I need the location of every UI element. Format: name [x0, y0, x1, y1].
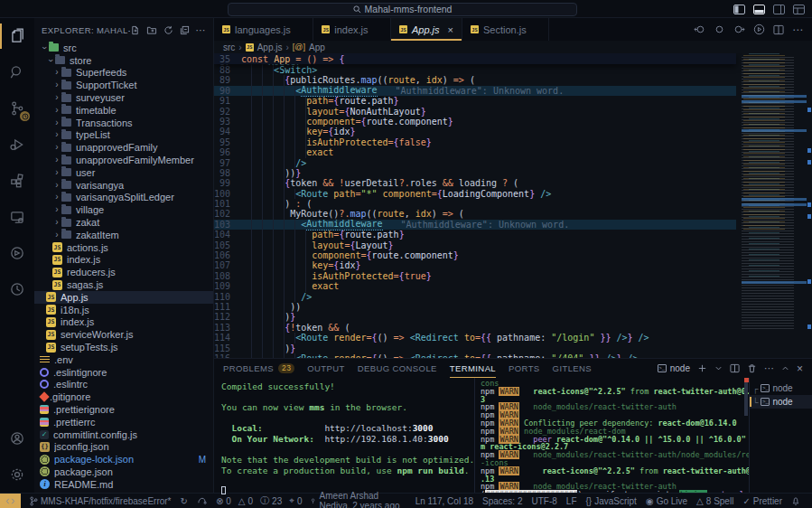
remote-explorer-icon[interactable] [0, 199, 34, 235]
status-go-live[interactable]: ◉Go Live [641, 496, 692, 506]
tree-item-superfeeds[interactable]: ›Superfeeds [34, 67, 213, 80]
code-line-112[interactable]: 112)} [214, 312, 736, 322]
tree-item--prettierignore[interactable]: .prettierignore [34, 403, 213, 416]
code-line-116[interactable]: 116<Route render={() => <Redirect to={{ … [214, 353, 736, 358]
maximize-panel-icon[interactable] [781, 364, 789, 372]
tree-item--env[interactable]: .env [34, 353, 213, 366]
panel-tab-output[interactable]: OUTPUT [307, 359, 344, 378]
tree-item-supportticket[interactable]: ›SupportTicket [34, 79, 213, 91]
editor-more-actions-icon[interactable]: ⋯ [792, 24, 803, 36]
code-line-99[interactable]: 99{token && !userDetail?.roles && loadin… [214, 178, 736, 188]
nav-back-circle-icon[interactable] [694, 24, 705, 35]
tree-item-zakatitem[interactable]: ›zakatItem [34, 229, 213, 241]
tree-item-readme-md[interactable]: iREADME.md [34, 478, 213, 491]
refresh-icon[interactable] [163, 25, 173, 35]
tree-item-village[interactable]: ›village [34, 203, 213, 216]
tab-index-js[interactable]: JSindex.js× [313, 18, 391, 41]
code-line-109[interactable]: 109exact [214, 281, 736, 291]
code-line-88[interactable]: 88<Switch> [214, 65, 736, 75]
terminal-shell-select[interactable]: >_ node [658, 363, 690, 373]
testing-icon[interactable] [0, 271, 34, 307]
tree-item-package-lock-json[interactable]: package-lock.jsonM [34, 453, 213, 466]
code-line-104[interactable]: 104path={route.path} [214, 230, 736, 240]
tree-item-transactions[interactable]: ›Transactions [34, 117, 213, 129]
tree-item-reducers-js[interactable]: JSreducers.js [34, 266, 213, 278]
tree-item-zakat[interactable]: ›zakat [34, 216, 213, 229]
close-icon[interactable]: × [448, 24, 453, 35]
breadcrumb-src[interactable]: src [223, 42, 235, 52]
settings-gear-icon[interactable] [0, 456, 34, 493]
tree-item-package-json[interactable]: package.json [34, 466, 213, 478]
tree-item-typelist[interactable]: ›typeList [34, 129, 213, 142]
source-control-icon[interactable] [0, 90, 34, 127]
tree-item-unapprovedfamily[interactable]: ›unapprovedFamily [34, 141, 213, 154]
code-line-98[interactable]: 98))} [214, 168, 736, 178]
terminal-list-item[interactable]: ┌>_node [750, 381, 812, 395]
chevron-down-icon[interactable] [714, 364, 723, 372]
tree-item-sagas-js[interactable]: JSsagas.js [34, 278, 213, 291]
status-indentation[interactable]: Spaces: 2 [478, 496, 527, 506]
toggle-sidebar-icon[interactable] [733, 5, 745, 14]
extensions-icon[interactable] [0, 163, 34, 199]
run-file-icon[interactable] [753, 24, 765, 35]
code-line-100[interactable]: 100<Route path="*" component={LoadingCom… [214, 189, 736, 199]
terminal-split[interactable]: consnpm WARN react-icons@"^2.2.5" from r… [474, 378, 749, 493]
launchpad-button[interactable] [192, 494, 211, 508]
tree-item-varisangyasplitledger[interactable]: ›varisangyaSplitLedger [34, 192, 213, 204]
code-line-95[interactable]: 95isAuthProtected={false} [214, 137, 736, 147]
code-line-103[interactable]: 103<Authmiddleware"Authmiddleware": Unkn… [214, 220, 736, 230]
tree-item--gitignore[interactable]: .gitignore [34, 390, 213, 403]
tree-item-varisangya[interactable]: ›varisangya [34, 179, 213, 192]
explorer-icon[interactable] [0, 18, 34, 54]
git-branch-button[interactable]: MMS-KHAF/hotfix/firebaseError* [24, 494, 175, 508]
code-line-111[interactable]: 111)) [214, 302, 736, 312]
git-blame[interactable]: Ameen Arshad Nediya, 2 years ago [311, 491, 410, 508]
panel-tab-problems[interactable]: PROBLEMS23 [223, 359, 294, 378]
code-line-110[interactable]: 110/> [214, 292, 736, 302]
tree-item--prettierrc[interactable]: .prettierrc [34, 416, 213, 428]
code-line-113[interactable]: 113{!token && ( [214, 323, 736, 333]
minimap[interactable] [742, 53, 807, 358]
status-prettier[interactable]: ✓Prettier [738, 496, 787, 506]
code-line-106[interactable]: 106component={route.component} [214, 250, 736, 260]
code-line-102[interactable]: 102MyRoute()?.map((route, idx) => ( [214, 209, 736, 219]
tree-item--eslintrc[interactable]: .eslintrc [34, 379, 213, 391]
code-line-97[interactable]: 97/> [214, 158, 736, 168]
tab-languages-js[interactable]: JSlanguages.js× [214, 18, 313, 41]
kill-terminal-icon[interactable] [747, 363, 757, 373]
breadcrumb-symbol[interactable]: App [309, 42, 325, 52]
terminal-scrollbar[interactable] [744, 381, 748, 416]
split-editor-icon[interactable] [773, 24, 784, 35]
tree-item-user[interactable]: ›user [34, 166, 213, 179]
command-center-search[interactable]: Mahal-mms-frontend [228, 3, 577, 16]
terminal-main[interactable]: Compiled successfully! You can now view … [214, 378, 474, 493]
code-editor[interactable]: 87<Router>88<Switch>89{publicRoutes.map(… [214, 53, 812, 358]
code-line-93[interactable]: 93component={route.component} [214, 117, 736, 127]
status-cursor-position[interactable]: Ln 117, Col 18 [411, 496, 478, 506]
code-line-92[interactable]: 92layout={NonAuthLayout} [214, 107, 736, 117]
status-language-mode[interactable]: {}JavaScript [582, 496, 641, 506]
code-line-91[interactable]: 91path={route.path} [214, 96, 736, 106]
breadcrumb-file[interactable]: App.js [257, 42, 283, 52]
code-line-94[interactable]: 94key={idx} [214, 127, 736, 136]
status-spell-checker[interactable]: △8 Spell [692, 496, 738, 506]
new-terminal-icon[interactable] [697, 363, 707, 373]
more-actions-icon[interactable]: ⋯ [196, 27, 206, 33]
tree-item-actions-js[interactable]: JSactions.js [34, 241, 213, 254]
code-line-115[interactable]: 115)} [214, 343, 736, 353]
tree-item-surveyuser[interactable]: ›surveyuser [34, 91, 213, 104]
code-line-101[interactable]: 101) : ( [214, 199, 736, 209]
code-line-107[interactable]: 107key={idx} [214, 260, 736, 270]
split-terminal-icon[interactable] [730, 363, 740, 373]
panel-tab-ports[interactable]: PORTS [509, 359, 540, 378]
toggle-secondary-sidebar-icon[interactable] [773, 5, 785, 14]
sync-button[interactable]: ↻ [176, 494, 192, 508]
collapse-all-icon[interactable] [180, 25, 190, 35]
notifications-bell[interactable] [787, 494, 805, 508]
nav-forward-circle-icon[interactable] [733, 24, 745, 35]
panel-more-icon[interactable]: ⋯ [764, 362, 774, 374]
panel-tab-debug-console[interactable]: DEBUG CONSOLE [358, 359, 437, 378]
tree-item-jsconfig-json[interactable]: {}jsconfig.json [34, 441, 213, 454]
remote-indicator[interactable] [0, 494, 21, 508]
tree-item-index-js[interactable]: JSindex.js [34, 316, 213, 329]
